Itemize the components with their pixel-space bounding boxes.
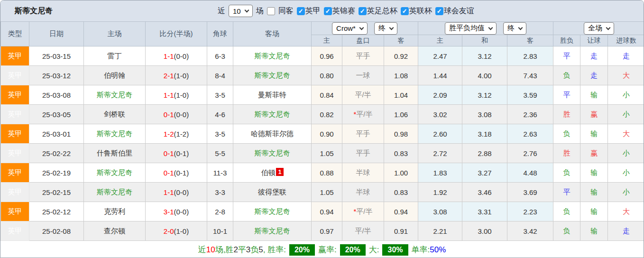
- eu-away-odds-cell: 3.59: [507, 85, 553, 105]
- eu-home-odds-cell: 1.92: [418, 183, 462, 202]
- sub-header-goals-result: 进球数: [608, 35, 644, 46]
- wdl-result-cell: 负: [553, 202, 580, 221]
- over-rate-badge: 30%: [382, 244, 408, 256]
- handicap-result-cell: 输: [580, 85, 608, 105]
- handicap-cell: 平/半: [342, 221, 384, 241]
- eu-home-odds-cell: 3.02: [418, 105, 462, 124]
- top-bar: 斯蒂文尼奇 近 10 场 ✓ 同客 ✓ 英甲 ✓ 英锦赛 ✓ 英足总杯: [0, 0, 644, 21]
- chevron-down-icon: [606, 25, 611, 30]
- odds-stage-select[interactable]: 终: [503, 22, 526, 35]
- sub-header-wdl: 胜负: [553, 35, 580, 46]
- recent-label: 近: [218, 6, 225, 16]
- odds-average-select[interactable]: 胜平负均值: [445, 22, 497, 35]
- league-cell: 英甲: [1, 202, 29, 221]
- cover-rate-badge: 20%: [340, 244, 366, 256]
- date-cell: 25-03-01: [29, 124, 84, 144]
- ah-home-odds-cell: 1.05: [312, 144, 342, 163]
- league-checkbox[interactable]: ✓: [359, 7, 367, 15]
- date-cell: 25-03-05: [29, 105, 84, 124]
- bookmaker-value: Crow*: [336, 24, 356, 32]
- eu-draw-odds-cell: 3.27: [462, 163, 507, 183]
- ah-away-odds-cell: 0.94: [384, 202, 418, 221]
- match-history-table: 类型 日期 主场 比分(半场) 角球 客场 Crow* 终: [0, 21, 644, 241]
- league-cell: 英甲: [1, 221, 29, 241]
- home-team-cell: 斯蒂文尼奇: [84, 124, 146, 144]
- league-filter: ✓ 英甲: [297, 6, 321, 16]
- wdl-result-cell: 负: [553, 163, 580, 183]
- filter-controls: 近 10 场 ✓ 同客 ✓ 英甲 ✓ 英锦赛 ✓ 英足总杯 ✓ 英联杯: [218, 0, 474, 21]
- sub-header-ah-away: 客: [384, 35, 418, 46]
- halftime-score: (1-0): [174, 227, 189, 235]
- chevron-down-icon: [389, 25, 394, 30]
- bookmaker-stage-select[interactable]: 终: [374, 22, 397, 35]
- date-cell: 25-02-19: [29, 163, 84, 183]
- date-cell: 25-03-08: [29, 85, 84, 105]
- league-checkbox[interactable]: ✓: [401, 7, 409, 15]
- league-cell: 英甲: [1, 66, 29, 85]
- league-checkbox[interactable]: ✓: [297, 7, 305, 15]
- eu-home-odds-cell: 2.09: [418, 85, 462, 105]
- same-venue-checkbox[interactable]: ✓: [267, 7, 275, 15]
- sub-header-eu-draw: 和: [462, 35, 507, 46]
- sub-header-eu-away: 客: [507, 35, 553, 46]
- eu-home-odds-cell: 3.08: [418, 202, 462, 221]
- ah-away-odds-cell: 0.98: [384, 124, 418, 144]
- same-venue-label: 同客: [278, 6, 294, 16]
- eu-draw-odds-cell: 2.88: [462, 144, 507, 163]
- handicap-result-cell: 输: [580, 163, 608, 183]
- handicap-text: 平/半: [356, 207, 372, 215]
- league-checkbox[interactable]: ✓: [435, 7, 443, 15]
- away-team-name: 曼斯菲特: [258, 91, 286, 99]
- goals-result-cell: 走: [608, 46, 644, 66]
- handicap-result-cell: 输: [580, 202, 608, 221]
- handicap-cell: 平手: [342, 124, 384, 144]
- league-cell: 英甲: [1, 144, 29, 163]
- league-cell: 英甲: [1, 105, 29, 124]
- match-row: 英甲 25-02-15 斯蒂文尼奇 1-1(0-0) 3-3 彼得堡联 1.05…: [1, 183, 644, 202]
- bookmaker-select[interactable]: Crow*: [332, 22, 368, 35]
- col-header-home: 主场: [84, 22, 146, 46]
- recent-count-select[interactable]: 10: [229, 5, 253, 17]
- away-team-cell: 伯顿1: [233, 163, 312, 183]
- away-team-cell: 斯蒂文尼奇: [233, 202, 312, 221]
- corners-cell: 11-3: [207, 163, 233, 183]
- handicap-cell: 平/半: [342, 85, 384, 105]
- fulltime-score: 3-1: [164, 208, 174, 216]
- handicap-text: 半球: [356, 168, 370, 176]
- eu-away-odds-cell: 3.69: [507, 183, 553, 202]
- eu-home-odds-cell: 2.21: [418, 221, 462, 241]
- summary-text: 近: [198, 244, 206, 255]
- league-label: 英联杯: [409, 6, 432, 16]
- date-cell: 25-03-15: [29, 46, 84, 66]
- check-icon: ✓: [298, 8, 304, 14]
- date-cell: 25-02-15: [29, 183, 84, 202]
- wdl-result-cell: 负: [553, 66, 580, 85]
- away-team-cell: 曼斯菲特: [233, 85, 312, 105]
- scope-select[interactable]: 全场: [584, 22, 614, 35]
- ah-home-odds-cell: 0.96: [312, 46, 342, 66]
- wdl-result-cell: 负: [553, 124, 580, 144]
- fulltime-score: 0-1: [164, 149, 174, 157]
- match-row: 英甲 25-02-12 克劳利 3-1(0-0) 2-8 斯蒂文尼奇 0.94 …: [1, 202, 644, 221]
- recent-count-value: 10: [233, 7, 241, 15]
- eu-home-odds-cell: 2.72: [418, 144, 462, 163]
- away-team-name: 斯蒂文尼奇: [255, 52, 290, 60]
- fulltime-score: 2-1: [164, 72, 174, 80]
- handicap-text: 平手: [356, 129, 370, 138]
- away-team-name: 斯蒂文尼奇: [255, 227, 290, 235]
- league-checkbox[interactable]: ✓: [324, 7, 332, 15]
- eu-draw-odds-cell: 3.46: [462, 183, 507, 202]
- ah-home-odds-cell: 0.97: [312, 221, 342, 241]
- away-team-name: 哈德斯菲尔德: [251, 129, 294, 138]
- corners-cell: 10-1: [207, 221, 233, 241]
- scope-value: 全场: [588, 24, 602, 33]
- handicap-text: 平手: [356, 149, 370, 157]
- check-icon: ✓: [402, 8, 407, 14]
- col-header-corner: 角球: [207, 22, 233, 46]
- handicap-result-cell: 输: [580, 183, 608, 202]
- wdl-result-cell: 平: [553, 46, 580, 66]
- handicap-text: 半球: [356, 188, 370, 196]
- league-label: 球会友谊: [444, 6, 474, 16]
- single-rate-value: 50%: [430, 245, 446, 255]
- date-cell: 25-03-12: [29, 66, 84, 85]
